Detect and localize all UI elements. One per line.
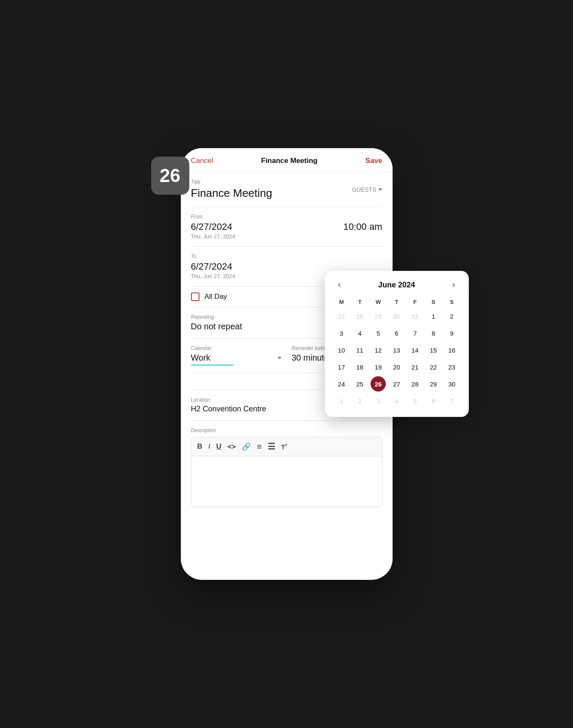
from-field-group: From 6/27/2024 10:00 am Thu, Jun 27, 202…: [191, 207, 382, 247]
calendar-popup: ‹ June 2024 › MTWTFSS2728293031123456789…: [325, 271, 469, 417]
calendar-day[interactable]: 27: [389, 376, 404, 392]
day-of-week-header: S: [443, 297, 460, 307]
calendar-chevron-icon: [277, 357, 282, 359]
repeating-value[interactable]: Do not repeat: [191, 322, 242, 331]
calendar-day[interactable]: 28: [407, 376, 423, 392]
to-date[interactable]: 6/27/2024: [191, 261, 233, 272]
next-month-button[interactable]: ›: [448, 279, 460, 290]
calendar-day[interactable]: 30: [444, 376, 460, 392]
calendar-day[interactable]: 29: [426, 376, 441, 392]
day-of-week-header: M: [333, 297, 350, 307]
calendar-day[interactable]: 1: [426, 309, 441, 324]
guests-button[interactable]: GUESTS: [352, 186, 382, 193]
title-value[interactable]: Finance Meeting: [191, 187, 272, 200]
calendar-day[interactable]: 16: [444, 342, 460, 358]
from-label: From: [191, 214, 382, 220]
calendar-day[interactable]: 15: [426, 342, 441, 358]
day-of-week-header: S: [425, 297, 442, 307]
description-label: Description: [191, 427, 382, 433]
day-of-week-header: T: [352, 297, 368, 307]
calendar-day[interactable]: 4: [352, 325, 368, 341]
calendar-day[interactable]: 8: [426, 325, 441, 341]
calendar-day[interactable]: 30: [389, 309, 404, 324]
text-size-button[interactable]: TT: [281, 443, 288, 450]
calendar-label: Calendar: [191, 345, 282, 351]
allday-checkbox[interactable]: [191, 292, 199, 301]
calendar-day[interactable]: 19: [371, 359, 386, 375]
calendar-day[interactable]: 25: [352, 376, 368, 392]
title-guests-row: Title Finance Meeting GUESTS: [191, 179, 382, 200]
from-date-sub: Thu, Jun 27, 2024: [191, 233, 382, 240]
description-textarea[interactable]: [191, 456, 382, 507]
calendar-day[interactable]: 21: [407, 359, 423, 375]
calendar-day[interactable]: 7: [407, 325, 423, 341]
calendar-day[interactable]: 3: [334, 325, 349, 341]
calendar-day[interactable]: 29: [371, 309, 386, 324]
from-date-time-row: 6/27/2024 10:00 am: [191, 221, 382, 232]
calendar-day[interactable]: 11: [352, 342, 368, 358]
calendar-day[interactable]: 22: [426, 359, 441, 375]
ordered-list-button[interactable]: ≡: [257, 442, 262, 452]
calendar-day[interactable]: 1: [334, 393, 349, 408]
calendar-day[interactable]: 18: [352, 359, 368, 375]
calendar-day[interactable]: 28: [352, 309, 368, 324]
bold-button[interactable]: B: [197, 442, 202, 451]
badge-number: 26: [160, 165, 180, 186]
guests-label: GUESTS: [352, 186, 376, 193]
calendar-day[interactable]: 20: [389, 359, 404, 375]
calendar-day[interactable]: 27: [334, 309, 349, 324]
calendar-day[interactable]: 2: [444, 309, 460, 324]
description-toolbar: B I U <> 🔗 ≡ ☰ TT: [191, 437, 382, 456]
underline-button[interactable]: U: [216, 442, 221, 451]
calendar-day[interactable]: 6: [426, 393, 441, 408]
cancel-button[interactable]: Cancel: [191, 157, 213, 165]
chevron-down-icon: [378, 188, 382, 191]
calendar-col: Calendar Work: [191, 345, 282, 366]
calendar-day[interactable]: 31: [407, 309, 423, 324]
calendar-day[interactable]: 10: [334, 342, 349, 358]
calendar-day[interactable]: 2: [352, 393, 368, 408]
calendar-day[interactable]: 5: [371, 325, 386, 341]
day-of-week-header: W: [370, 297, 386, 307]
date-badge: 26: [151, 157, 189, 195]
calendar-day[interactable]: 9: [444, 325, 460, 341]
day-of-week-header: T: [388, 297, 405, 307]
code-button[interactable]: <>: [227, 442, 236, 451]
title-section: Title Finance Meeting: [191, 179, 272, 200]
scene: 26 Cancel Finance Meeting Save Title Fin…: [138, 131, 435, 597]
from-date[interactable]: 6/27/2024: [191, 221, 233, 232]
calendar-day[interactable]: 23: [444, 359, 460, 375]
calendar-day[interactable]: 5: [407, 393, 423, 408]
save-button[interactable]: Save: [365, 157, 382, 165]
event-title-header: Finance Meeting: [261, 157, 318, 165]
calendar-value[interactable]: Work: [191, 353, 210, 363]
description-field: Description B I U <> 🔗 ≡ ☰ TT: [191, 421, 382, 514]
unordered-list-button[interactable]: ☰: [268, 441, 275, 452]
calendar-month-title: June 2024: [378, 281, 415, 290]
title-field-group: Title Finance Meeting GUESTS: [191, 172, 382, 207]
prev-month-button[interactable]: ‹: [333, 279, 346, 290]
title-label: Title: [191, 179, 272, 185]
calendar-underline: [191, 364, 233, 366]
calendar-day[interactable]: 13: [389, 342, 404, 358]
calendar-header: ‹ June 2024 ›: [333, 279, 460, 290]
calendar-dropdown-row: Work: [191, 353, 282, 363]
italic-button[interactable]: I: [208, 442, 210, 451]
allday-label: All Day: [205, 292, 227, 301]
calendar-day[interactable]: 12: [371, 342, 386, 358]
link-button[interactable]: 🔗: [242, 442, 251, 451]
from-time[interactable]: 10:00 am: [343, 221, 382, 232]
calendar-day[interactable]: 24: [334, 376, 349, 392]
calendar-day[interactable]: 14: [407, 342, 423, 358]
nav-bar: Cancel Finance Meeting Save: [181, 148, 393, 172]
calendar-day[interactable]: 3: [371, 393, 386, 408]
calendar-day[interactable]: 6: [389, 325, 404, 341]
day-of-week-header: F: [407, 297, 423, 307]
calendar-grid: MTWTFSS272829303112345678910111213141516…: [333, 297, 460, 408]
calendar-day[interactable]: 7: [444, 393, 460, 408]
to-label: To: [191, 254, 382, 259]
calendar-day[interactable]: 17: [334, 359, 349, 375]
calendar-day[interactable]: 26: [371, 376, 386, 392]
calendar-day[interactable]: 4: [389, 393, 404, 408]
